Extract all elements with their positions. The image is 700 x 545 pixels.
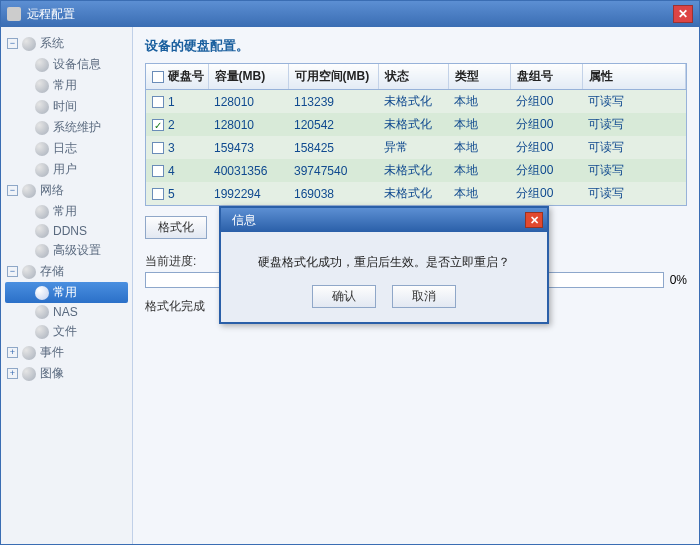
table-cell: 本地 — [448, 159, 510, 182]
table-cell: 异常 — [378, 136, 448, 159]
sidebar-item-label: 高级设置 — [53, 242, 101, 259]
table-cell: 128010 — [208, 113, 288, 136]
sidebar-item-文件[interactable]: 文件 — [5, 321, 128, 342]
table-cell: ✓2 — [146, 113, 208, 136]
table-row[interactable]: ✓2128010120542未格式化本地分组00可读写 — [146, 113, 686, 136]
sidebar-item-label: NAS — [53, 305, 78, 319]
plus-icon[interactable]: + — [7, 368, 18, 379]
table-row[interactable]: 51992294169038未格式化本地分组00可读写 — [146, 182, 686, 205]
table-cell: 分组00 — [510, 159, 582, 182]
table-cell: 未格式化 — [378, 90, 448, 114]
sidebar-item-DDNS[interactable]: DDNS — [5, 222, 128, 240]
dot-icon — [35, 100, 49, 114]
sidebar-group-事件[interactable]: +事件 — [5, 342, 128, 363]
sidebar-item-高级设置[interactable]: 高级设置 — [5, 240, 128, 261]
dot-icon — [35, 286, 49, 300]
sidebar-item-label: 常用 — [53, 284, 77, 301]
table-cell: 40031356 — [208, 159, 288, 182]
remote-config-window: 远程配置 ✕ −系统设备信息常用时间系统维护日志用户−网络常用DDNS高级设置−… — [0, 0, 700, 545]
progress-percent: 0% — [670, 273, 687, 287]
dot-icon — [35, 205, 49, 219]
sidebar-item-label: 时间 — [53, 98, 77, 115]
sidebar-group-存储[interactable]: −存储 — [5, 261, 128, 282]
dot-icon — [35, 325, 49, 339]
dot-icon — [35, 244, 49, 258]
table-cell: 3 — [146, 136, 208, 159]
row-checkbox[interactable] — [152, 96, 164, 108]
dialog-cancel-button[interactable]: 取消 — [392, 285, 456, 308]
col-header: 状态 — [378, 64, 448, 90]
dot-icon — [35, 305, 49, 319]
sidebar-item-NAS[interactable]: NAS — [5, 303, 128, 321]
table-cell: 本地 — [448, 113, 510, 136]
dialog-titlebar: 信息 ✕ — [221, 208, 547, 232]
sidebar-item-label: 设备信息 — [53, 56, 101, 73]
window-close-button[interactable]: ✕ — [673, 5, 693, 23]
sidebar-item-常用[interactable]: 常用 — [5, 75, 128, 96]
sidebar-item-常用[interactable]: 常用 — [5, 201, 128, 222]
sidebar-group-label: 存储 — [40, 263, 64, 280]
sidebar-group-label: 事件 — [40, 344, 64, 361]
minus-icon[interactable]: − — [7, 38, 18, 49]
table-cell: 可读写 — [582, 113, 686, 136]
sidebar-item-常用[interactable]: 常用 — [5, 282, 128, 303]
dialog-close-button[interactable]: ✕ — [525, 212, 543, 228]
dialog-message: 硬盘格式化成功，重启后生效。是否立即重启？ — [221, 232, 547, 285]
table-cell: 39747540 — [288, 159, 378, 182]
table-cell: 未格式化 — [378, 182, 448, 205]
table-cell: 分组00 — [510, 113, 582, 136]
sidebar-group-网络[interactable]: −网络 — [5, 180, 128, 201]
row-checkbox[interactable] — [152, 165, 164, 177]
gear-icon — [22, 184, 36, 198]
table-cell: 未格式化 — [378, 113, 448, 136]
dialog-ok-button[interactable]: 确认 — [312, 285, 376, 308]
table-cell: 120542 — [288, 113, 378, 136]
select-all-checkbox[interactable] — [152, 71, 164, 83]
col-header: 属性 — [582, 64, 686, 90]
sidebar-item-label: DDNS — [53, 224, 87, 238]
disk-table-wrap: 硬盘号容量(MB)可用空间(MB)状态类型盘组号属性 1128010113239… — [145, 63, 687, 206]
disk-table: 硬盘号容量(MB)可用空间(MB)状态类型盘组号属性 1128010113239… — [146, 64, 686, 205]
table-cell: 159473 — [208, 136, 288, 159]
sidebar-item-系统维护[interactable]: 系统维护 — [5, 117, 128, 138]
table-cell: 可读写 — [582, 182, 686, 205]
sidebar-group-图像[interactable]: +图像 — [5, 363, 128, 384]
dot-icon — [35, 224, 49, 238]
row-checkbox[interactable] — [152, 142, 164, 154]
table-row[interactable]: 3159473158425异常本地分组00可读写 — [146, 136, 686, 159]
row-checkbox[interactable] — [152, 188, 164, 200]
plus-icon[interactable]: + — [7, 347, 18, 358]
table-cell: 169038 — [288, 182, 378, 205]
table-cell: 本地 — [448, 182, 510, 205]
row-checkbox[interactable]: ✓ — [152, 119, 164, 131]
table-cell: 128010 — [208, 90, 288, 114]
sidebar-item-时间[interactable]: 时间 — [5, 96, 128, 117]
dot-icon — [35, 142, 49, 156]
dialog-title: 信息 — [232, 212, 256, 229]
table-cell: 158425 — [288, 136, 378, 159]
col-header: 可用空间(MB) — [288, 64, 378, 90]
sidebar-item-label: 日志 — [53, 140, 77, 157]
minus-icon[interactable]: − — [7, 185, 18, 196]
table-row[interactable]: 1128010113239未格式化本地分组00可读写 — [146, 90, 686, 114]
sidebar-item-label: 常用 — [53, 77, 77, 94]
table-row[interactable]: 44003135639747540未格式化本地分组00可读写 — [146, 159, 686, 182]
gear-icon — [22, 37, 36, 51]
sidebar-item-label: 系统维护 — [53, 119, 101, 136]
sidebar-item-日志[interactable]: 日志 — [5, 138, 128, 159]
sidebar-item-label: 用户 — [53, 161, 77, 178]
dot-icon — [35, 163, 49, 177]
format-button[interactable]: 格式化 — [145, 216, 207, 239]
sidebar-group-系统[interactable]: −系统 — [5, 33, 128, 54]
col-header: 硬盘号 — [146, 64, 208, 90]
minus-icon[interactable]: − — [7, 266, 18, 277]
col-header: 盘组号 — [510, 64, 582, 90]
info-dialog: 信息 ✕ 硬盘格式化成功，重启后生效。是否立即重启？ 确认 取消 — [219, 206, 549, 324]
app-icon — [7, 7, 21, 21]
table-cell: 本地 — [448, 90, 510, 114]
col-header: 类型 — [448, 64, 510, 90]
sidebar-item-设备信息[interactable]: 设备信息 — [5, 54, 128, 75]
sidebar-item-用户[interactable]: 用户 — [5, 159, 128, 180]
sidebar: −系统设备信息常用时间系统维护日志用户−网络常用DDNS高级设置−存储常用NAS… — [1, 27, 133, 544]
dot-icon — [35, 121, 49, 135]
